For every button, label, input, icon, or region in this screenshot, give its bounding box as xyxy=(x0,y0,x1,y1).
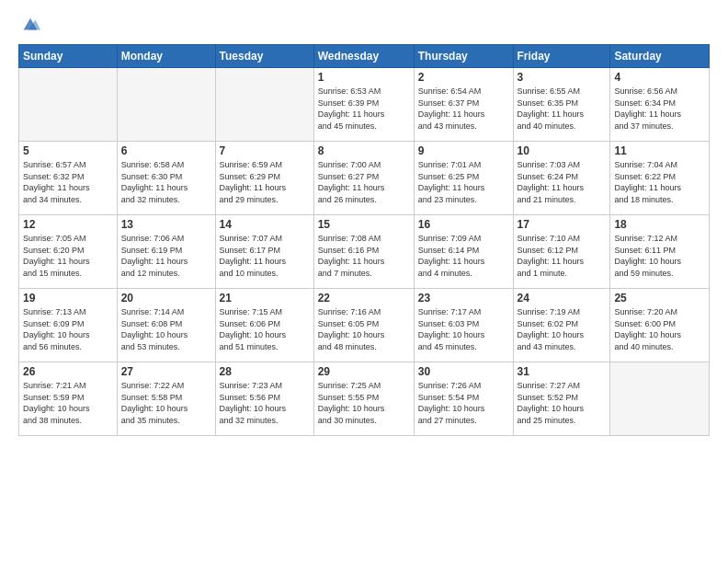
day-number: 14 xyxy=(220,218,310,231)
day-cell-16: 16Sunrise: 7:09 AM Sunset: 6:14 PM Dayli… xyxy=(414,215,513,289)
day-cell-6: 6Sunrise: 6:58 AM Sunset: 6:30 PM Daylig… xyxy=(117,142,215,215)
logo xyxy=(18,15,40,35)
day-number: 9 xyxy=(418,144,509,157)
day-cell-28: 28Sunrise: 7:23 AM Sunset: 5:56 PM Dayli… xyxy=(215,362,313,436)
day-cell-14: 14Sunrise: 7:07 AM Sunset: 6:17 PM Dayli… xyxy=(215,215,313,289)
day-cell-30: 30Sunrise: 7:26 AM Sunset: 5:54 PM Dayli… xyxy=(414,362,513,436)
day-cell-22: 22Sunrise: 7:16 AM Sunset: 6:05 PM Dayli… xyxy=(313,289,414,362)
weekday-header-friday: Friday xyxy=(513,45,610,68)
week-row-1: 1Sunrise: 6:53 AM Sunset: 6:39 PM Daylig… xyxy=(19,68,710,142)
day-info: Sunrise: 6:53 AM Sunset: 6:39 PM Dayligh… xyxy=(318,86,410,132)
day-cell-8: 8Sunrise: 7:00 AM Sunset: 6:27 PM Daylig… xyxy=(313,142,414,215)
day-info: Sunrise: 7:26 AM Sunset: 5:54 PM Dayligh… xyxy=(418,380,509,426)
empty-cell xyxy=(215,68,313,142)
day-number: 6 xyxy=(121,144,211,157)
week-row-5: 26Sunrise: 7:21 AM Sunset: 5:59 PM Dayli… xyxy=(19,362,710,436)
day-info: Sunrise: 6:58 AM Sunset: 6:30 PM Dayligh… xyxy=(121,159,211,205)
weekday-header-row: SundayMondayTuesdayWednesdayThursdayFrid… xyxy=(19,45,710,68)
day-cell-26: 26Sunrise: 7:21 AM Sunset: 5:59 PM Dayli… xyxy=(19,362,118,436)
day-cell-29: 29Sunrise: 7:25 AM Sunset: 5:55 PM Dayli… xyxy=(313,362,414,436)
day-info: Sunrise: 7:22 AM Sunset: 5:58 PM Dayligh… xyxy=(121,380,211,426)
day-cell-4: 4Sunrise: 6:56 AM Sunset: 6:34 PM Daylig… xyxy=(610,68,710,142)
day-cell-10: 10Sunrise: 7:03 AM Sunset: 6:24 PM Dayli… xyxy=(513,142,610,215)
day-number: 22 xyxy=(318,292,410,304)
day-number: 24 xyxy=(518,292,607,304)
day-cell-23: 23Sunrise: 7:17 AM Sunset: 6:03 PM Dayli… xyxy=(414,289,513,362)
day-cell-18: 18Sunrise: 7:12 AM Sunset: 6:11 PM Dayli… xyxy=(610,215,710,289)
weekday-header-saturday: Saturday xyxy=(610,45,710,68)
day-cell-9: 9Sunrise: 7:01 AM Sunset: 6:25 PM Daylig… xyxy=(414,142,513,215)
day-cell-24: 24Sunrise: 7:19 AM Sunset: 6:02 PM Dayli… xyxy=(513,289,610,362)
day-info: Sunrise: 6:56 AM Sunset: 6:34 PM Dayligh… xyxy=(614,86,705,132)
day-info: Sunrise: 7:05 AM Sunset: 6:20 PM Dayligh… xyxy=(23,233,113,279)
day-info: Sunrise: 7:04 AM Sunset: 6:22 PM Dayligh… xyxy=(614,159,705,205)
day-cell-19: 19Sunrise: 7:13 AM Sunset: 6:09 PM Dayli… xyxy=(19,289,118,362)
weekday-header-monday: Monday xyxy=(117,45,215,68)
day-number: 3 xyxy=(518,71,607,84)
week-row-3: 12Sunrise: 7:05 AM Sunset: 6:20 PM Dayli… xyxy=(19,215,710,289)
day-info: Sunrise: 7:08 AM Sunset: 6:16 PM Dayligh… xyxy=(318,233,410,279)
day-cell-7: 7Sunrise: 6:59 AM Sunset: 6:29 PM Daylig… xyxy=(215,142,313,215)
header xyxy=(18,15,710,35)
day-cell-5: 5Sunrise: 6:57 AM Sunset: 6:32 PM Daylig… xyxy=(19,142,118,215)
empty-cell xyxy=(19,68,118,142)
day-number: 16 xyxy=(418,218,509,231)
day-number: 15 xyxy=(318,218,410,231)
day-cell-27: 27Sunrise: 7:22 AM Sunset: 5:58 PM Dayli… xyxy=(117,362,215,436)
day-number: 4 xyxy=(614,71,705,84)
day-info: Sunrise: 7:19 AM Sunset: 6:02 PM Dayligh… xyxy=(518,306,607,352)
day-cell-15: 15Sunrise: 7:08 AM Sunset: 6:16 PM Dayli… xyxy=(313,215,414,289)
day-cell-21: 21Sunrise: 7:15 AM Sunset: 6:06 PM Dayli… xyxy=(215,289,313,362)
day-info: Sunrise: 7:10 AM Sunset: 6:12 PM Dayligh… xyxy=(518,233,607,279)
day-info: Sunrise: 7:03 AM Sunset: 6:24 PM Dayligh… xyxy=(518,159,607,205)
logo-icon xyxy=(20,15,40,35)
day-number: 20 xyxy=(121,292,211,304)
day-number: 21 xyxy=(220,292,310,304)
weekday-header-thursday: Thursday xyxy=(414,45,513,68)
day-number: 11 xyxy=(614,144,705,157)
weekday-header-sunday: Sunday xyxy=(19,45,118,68)
day-info: Sunrise: 7:14 AM Sunset: 6:08 PM Dayligh… xyxy=(121,306,211,352)
day-info: Sunrise: 7:16 AM Sunset: 6:05 PM Dayligh… xyxy=(318,306,410,352)
day-number: 10 xyxy=(518,144,607,157)
day-number: 1 xyxy=(318,71,410,84)
day-number: 23 xyxy=(418,292,509,304)
day-number: 30 xyxy=(418,365,509,378)
day-number: 12 xyxy=(23,218,113,231)
day-cell-25: 25Sunrise: 7:20 AM Sunset: 6:00 PM Dayli… xyxy=(610,289,710,362)
day-number: 29 xyxy=(318,365,410,378)
day-cell-20: 20Sunrise: 7:14 AM Sunset: 6:08 PM Dayli… xyxy=(117,289,215,362)
day-number: 31 xyxy=(518,365,607,378)
day-cell-17: 17Sunrise: 7:10 AM Sunset: 6:12 PM Dayli… xyxy=(513,215,610,289)
day-number: 27 xyxy=(121,365,211,378)
day-cell-12: 12Sunrise: 7:05 AM Sunset: 6:20 PM Dayli… xyxy=(19,215,118,289)
day-cell-13: 13Sunrise: 7:06 AM Sunset: 6:19 PM Dayli… xyxy=(117,215,215,289)
day-number: 17 xyxy=(518,218,607,231)
day-number: 2 xyxy=(418,71,509,84)
page: SundayMondayTuesdayWednesdayThursdayFrid… xyxy=(0,0,728,563)
day-info: Sunrise: 7:27 AM Sunset: 5:52 PM Dayligh… xyxy=(518,380,607,426)
day-info: Sunrise: 7:25 AM Sunset: 5:55 PM Dayligh… xyxy=(318,380,410,426)
day-number: 8 xyxy=(318,144,410,157)
day-info: Sunrise: 7:09 AM Sunset: 6:14 PM Dayligh… xyxy=(418,233,509,279)
day-info: Sunrise: 7:13 AM Sunset: 6:09 PM Dayligh… xyxy=(23,306,113,352)
day-number: 18 xyxy=(614,218,705,231)
day-number: 7 xyxy=(220,144,310,157)
day-info: Sunrise: 7:23 AM Sunset: 5:56 PM Dayligh… xyxy=(220,380,310,426)
day-number: 26 xyxy=(23,365,113,378)
day-info: Sunrise: 6:54 AM Sunset: 6:37 PM Dayligh… xyxy=(418,86,509,132)
day-number: 28 xyxy=(220,365,310,378)
day-info: Sunrise: 7:12 AM Sunset: 6:11 PM Dayligh… xyxy=(614,233,705,279)
day-info: Sunrise: 6:55 AM Sunset: 6:35 PM Dayligh… xyxy=(518,86,607,132)
day-cell-11: 11Sunrise: 7:04 AM Sunset: 6:22 PM Dayli… xyxy=(610,142,710,215)
day-number: 25 xyxy=(614,292,705,304)
day-info: Sunrise: 7:06 AM Sunset: 6:19 PM Dayligh… xyxy=(121,233,211,279)
day-info: Sunrise: 6:59 AM Sunset: 6:29 PM Dayligh… xyxy=(220,159,310,205)
day-info: Sunrise: 7:17 AM Sunset: 6:03 PM Dayligh… xyxy=(418,306,509,352)
day-number: 19 xyxy=(23,292,113,304)
day-number: 5 xyxy=(23,144,113,157)
day-cell-2: 2Sunrise: 6:54 AM Sunset: 6:37 PM Daylig… xyxy=(414,68,513,142)
weekday-header-tuesday: Tuesday xyxy=(215,45,313,68)
day-info: Sunrise: 6:57 AM Sunset: 6:32 PM Dayligh… xyxy=(23,159,113,205)
empty-cell xyxy=(117,68,215,142)
